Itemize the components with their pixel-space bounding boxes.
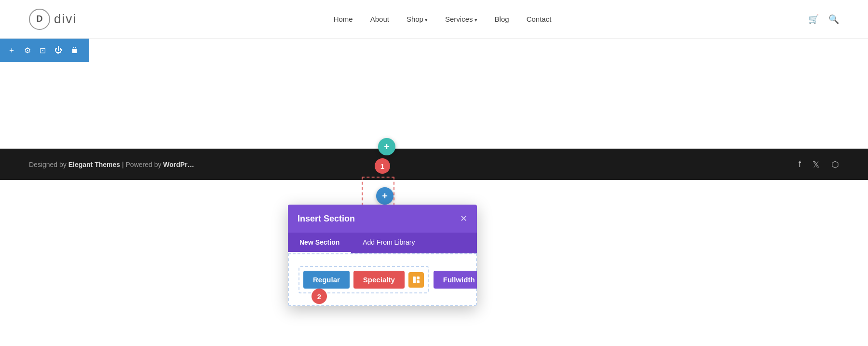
more-icon[interactable]: ⋮: [87, 46, 95, 55]
header: D divi Home About Shop Services Blog Con…: [0, 0, 868, 39]
main-area: + 1 Designed by Elegant Themes | Powered…: [0, 62, 868, 279]
site-footer: Designed by Elegant Themes | Powered by …: [0, 149, 868, 180]
step-badge-2: 2: [312, 289, 327, 304]
svg-rect-1: [417, 277, 420, 279]
modal-close-button[interactable]: ✕: [460, 213, 467, 224]
footer-powered: WordPr…: [163, 161, 194, 168]
modal-title: Insert Section: [298, 214, 355, 224]
tab-new-section[interactable]: New Section: [288, 233, 351, 253]
nav-blog[interactable]: Blog: [495, 15, 509, 23]
nav-about[interactable]: About: [370, 15, 389, 23]
footer-brand: Elegant Themes: [68, 161, 120, 168]
nav-home[interactable]: Home: [334, 15, 353, 23]
nav-services[interactable]: Services: [445, 15, 477, 23]
tab-add-from-library[interactable]: Add From Library: [351, 233, 426, 253]
specialty-section-button[interactable]: Specialty: [353, 271, 405, 289]
toggle-icon[interactable]: ⏻: [54, 46, 62, 55]
add-section-blue-button[interactable]: +: [376, 187, 393, 205]
fullwidth-section-button[interactable]: Fullwidth: [434, 271, 477, 289]
nav-shop[interactable]: Shop: [407, 15, 428, 23]
add-section-teal-button[interactable]: +: [378, 138, 395, 155]
facebook-icon[interactable]: f: [799, 159, 801, 170]
svg-rect-0: [413, 277, 416, 283]
logo-name: divi: [54, 12, 77, 27]
nav-contact[interactable]: Contact: [527, 15, 552, 23]
specialty-icon: [408, 272, 424, 288]
svg-rect-2: [417, 280, 420, 283]
nav-utility-icons: 🛒 🔍: [808, 14, 839, 25]
settings-icon[interactable]: ⚙: [24, 46, 31, 55]
instagram-icon[interactable]: ⬡: [831, 159, 839, 170]
layout-icon[interactable]: ⊡: [40, 46, 46, 55]
modal-header: Insert Section ✕: [288, 205, 477, 233]
logo: D divi: [29, 9, 77, 30]
regular-section-button[interactable]: Regular: [303, 271, 350, 289]
add-section-icon[interactable]: ＋: [8, 45, 15, 55]
twitter-icon[interactable]: 𝕏: [813, 159, 820, 170]
editor-toolbar: ＋ ⚙ ⊡ ⏻ 🗑 ⋮: [0, 39, 89, 62]
main-nav: Home About Shop Services Blog Contact: [334, 15, 552, 23]
logo-icon: D: [29, 9, 50, 30]
search-icon[interactable]: 🔍: [828, 14, 839, 25]
delete-icon[interactable]: 🗑: [71, 46, 79, 55]
social-icons: f 𝕏 ⬡: [799, 159, 839, 170]
step-badge-1: 1: [375, 158, 390, 174]
modal-tabs: New Section Add From Library: [288, 233, 477, 253]
cart-icon[interactable]: 🛒: [808, 14, 819, 25]
footer-credit: Designed by Elegant Themes | Powered by …: [29, 161, 194, 168]
